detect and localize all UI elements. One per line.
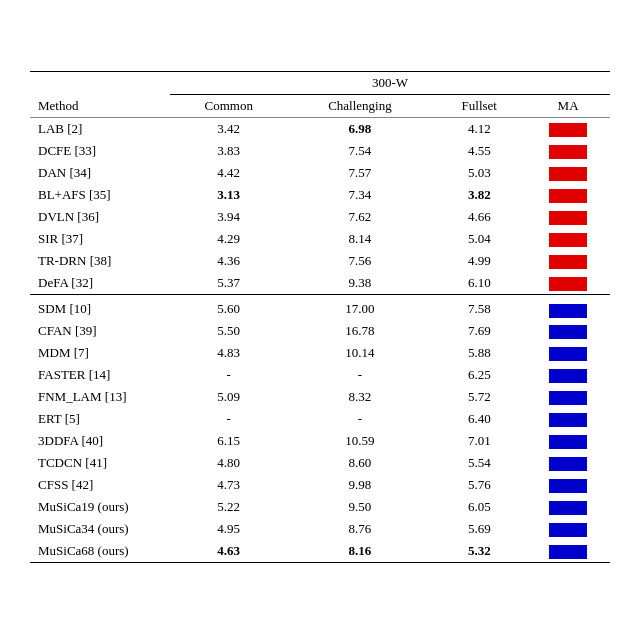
cell-method: FASTER [14] xyxy=(30,364,170,386)
cell-challenging: 8.60 xyxy=(287,452,432,474)
table-row: DCFE [33]3.837.544.55 xyxy=(30,140,610,162)
ma-bar-visual xyxy=(549,325,587,339)
table-body: LAB [2]3.426.984.12DCFE [33]3.837.544.55… xyxy=(30,118,610,563)
table-row: DVLN [36]3.947.624.66 xyxy=(30,206,610,228)
table-row: FASTER [14]--6.25 xyxy=(30,364,610,386)
table-row: FNM_LAM [13]5.098.325.72 xyxy=(30,386,610,408)
cell-method: DCFE [33] xyxy=(30,140,170,162)
cell-ma xyxy=(526,364,610,386)
table-row: 3DDFA [40]6.1510.597.01 xyxy=(30,430,610,452)
ma-bar-visual xyxy=(549,435,587,449)
ma-bar-visual xyxy=(549,145,587,159)
cell-fullset: 7.01 xyxy=(432,430,526,452)
cell-ma xyxy=(526,452,610,474)
cell-challenging: 9.38 xyxy=(287,272,432,295)
cell-method: BL+AFS [35] xyxy=(30,184,170,206)
cell-method: TCDCN [41] xyxy=(30,452,170,474)
cell-method: 3DDFA [40] xyxy=(30,430,170,452)
cell-method: MuSiCa34 (ours) xyxy=(30,518,170,540)
cell-common: 3.42 xyxy=(170,118,287,141)
cell-common: 3.83 xyxy=(170,140,287,162)
cell-challenging: - xyxy=(287,408,432,430)
table-container: 300-W Method Common Challenging Fullset … xyxy=(30,71,610,563)
cell-common: 4.29 xyxy=(170,228,287,250)
cell-common: 4.63 xyxy=(170,540,287,563)
table-row: TR-DRN [38]4.367.564.99 xyxy=(30,250,610,272)
cell-common: 4.83 xyxy=(170,342,287,364)
cell-method: MuSiCa68 (ours) xyxy=(30,540,170,563)
ma-bar-visual xyxy=(549,391,587,405)
table-row: CFAN [39]5.5016.787.69 xyxy=(30,320,610,342)
cell-fullset: 5.32 xyxy=(432,540,526,563)
cell-challenging: 16.78 xyxy=(287,320,432,342)
empty-header xyxy=(30,72,170,95)
cell-challenging: 8.32 xyxy=(287,386,432,408)
cell-ma xyxy=(526,162,610,184)
ma-bar-visual xyxy=(549,501,587,515)
cell-fullset: 4.12 xyxy=(432,118,526,141)
cell-challenging: 8.14 xyxy=(287,228,432,250)
cell-ma xyxy=(526,295,610,321)
cell-method: CFSS [42] xyxy=(30,474,170,496)
cell-ma xyxy=(526,386,610,408)
cell-fullset: 6.25 xyxy=(432,364,526,386)
cell-challenging: - xyxy=(287,364,432,386)
col-challenging: Challenging xyxy=(287,95,432,118)
ma-bar-visual xyxy=(549,277,587,291)
table-row: DeFA [32]5.379.386.10 xyxy=(30,272,610,295)
cell-challenging: 6.98 xyxy=(287,118,432,141)
cell-challenging: 7.54 xyxy=(287,140,432,162)
table-row: MDM [7]4.8310.145.88 xyxy=(30,342,610,364)
cell-fullset: 4.99 xyxy=(432,250,526,272)
table-row: CFSS [42]4.739.985.76 xyxy=(30,474,610,496)
cell-ma xyxy=(526,430,610,452)
table-row: MuSiCa19 (ours)5.229.506.05 xyxy=(30,496,610,518)
cell-method: DVLN [36] xyxy=(30,206,170,228)
cell-challenging: 7.62 xyxy=(287,206,432,228)
cell-fullset: 5.03 xyxy=(432,162,526,184)
cell-common: 6.15 xyxy=(170,430,287,452)
cell-fullset: 7.69 xyxy=(432,320,526,342)
ma-bar-visual xyxy=(549,255,587,269)
cell-challenging: 7.34 xyxy=(287,184,432,206)
cell-fullset: 5.88 xyxy=(432,342,526,364)
cell-common: - xyxy=(170,408,287,430)
ma-bar-visual xyxy=(549,479,587,493)
ma-bar-visual xyxy=(549,545,587,559)
cell-ma xyxy=(526,518,610,540)
cell-method: TR-DRN [38] xyxy=(30,250,170,272)
cell-fullset: 7.58 xyxy=(432,295,526,321)
cell-common: 3.94 xyxy=(170,206,287,228)
ma-bar-visual xyxy=(549,167,587,181)
group-header-300w: 300-W xyxy=(170,72,610,95)
cell-challenging: 8.16 xyxy=(287,540,432,563)
cell-fullset: 6.05 xyxy=(432,496,526,518)
col-common: Common xyxy=(170,95,287,118)
table-row: MuSiCa68 (ours)4.638.165.32 xyxy=(30,540,610,563)
ma-bar-visual xyxy=(549,123,587,137)
cell-method: MuSiCa19 (ours) xyxy=(30,496,170,518)
ma-bar-visual xyxy=(549,369,587,383)
cell-challenging: 10.14 xyxy=(287,342,432,364)
cell-challenging: 7.57 xyxy=(287,162,432,184)
cell-common: 4.95 xyxy=(170,518,287,540)
table-row: DAN [34]4.427.575.03 xyxy=(30,162,610,184)
cell-common: 4.73 xyxy=(170,474,287,496)
cell-common: 5.37 xyxy=(170,272,287,295)
cell-method: SDM [10] xyxy=(30,295,170,321)
cell-ma xyxy=(526,184,610,206)
cell-ma xyxy=(526,408,610,430)
cell-method: FNM_LAM [13] xyxy=(30,386,170,408)
cell-ma xyxy=(526,228,610,250)
col-method: Method xyxy=(30,95,170,118)
cell-ma xyxy=(526,206,610,228)
cell-fullset: 3.82 xyxy=(432,184,526,206)
cell-fullset: 6.40 xyxy=(432,408,526,430)
ma-bar-visual xyxy=(549,457,587,471)
ma-bar-visual xyxy=(549,413,587,427)
cell-method: MDM [7] xyxy=(30,342,170,364)
cell-fullset: 5.76 xyxy=(432,474,526,496)
cell-fullset: 5.04 xyxy=(432,228,526,250)
cell-challenging: 17.00 xyxy=(287,295,432,321)
cell-challenging: 7.56 xyxy=(287,250,432,272)
